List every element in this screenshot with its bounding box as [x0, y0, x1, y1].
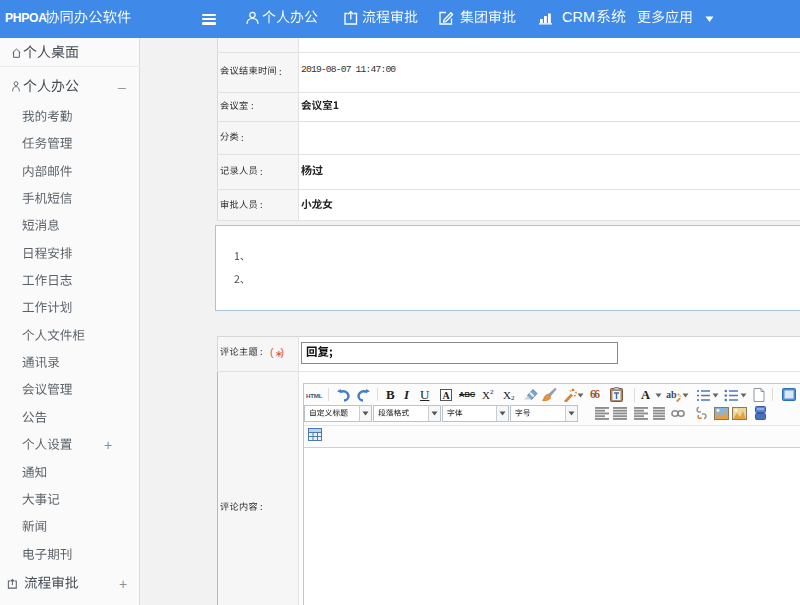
svg-text:ab: ab	[666, 389, 677, 400]
